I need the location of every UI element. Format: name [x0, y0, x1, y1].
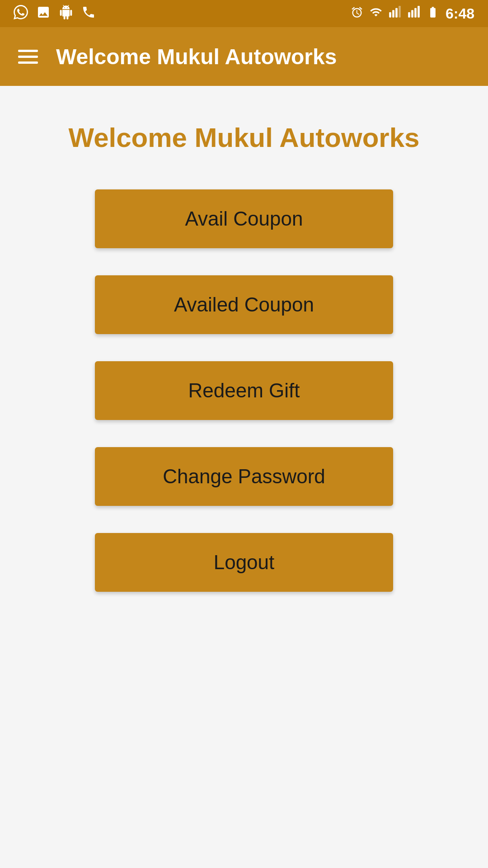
signal2-icon — [408, 6, 420, 22]
hamburger-line-3 — [18, 61, 38, 64]
svg-rect-5 — [411, 10, 413, 17]
hamburger-line-1 — [18, 50, 38, 52]
hamburger-line-2 — [18, 56, 38, 58]
android-icon — [59, 5, 73, 23]
svg-rect-7 — [418, 6, 420, 18]
svg-rect-4 — [408, 12, 410, 18]
svg-rect-3 — [399, 6, 401, 18]
change-password-button[interactable]: Change Password — [95, 447, 393, 506]
hamburger-menu-button[interactable] — [18, 50, 38, 64]
gallery-icon — [36, 5, 51, 23]
status-icons-left — [14, 5, 96, 23]
phone-icon — [81, 5, 96, 23]
alarm-icon — [351, 6, 363, 22]
svg-rect-2 — [395, 8, 398, 17]
status-time: 6:48 — [446, 5, 474, 22]
whatsapp-icon — [14, 5, 28, 23]
status-icons-right: 6:48 — [351, 5, 474, 22]
availed-coupon-button[interactable]: Availed Coupon — [95, 275, 393, 334]
logout-button[interactable]: Logout — [95, 533, 393, 592]
app-bar: Welcome Mukul Autoworks — [0, 27, 488, 86]
app-bar-title: Welcome Mukul Autoworks — [56, 44, 337, 69]
wifi-icon — [370, 6, 382, 22]
signal1-icon — [389, 6, 401, 22]
welcome-title: Welcome Mukul Autoworks — [69, 122, 420, 153]
redeem-gift-button[interactable]: Redeem Gift — [95, 361, 393, 420]
main-content: Welcome Mukul Autoworks Avail Coupon Ava… — [0, 86, 488, 868]
svg-rect-0 — [389, 12, 391, 18]
avail-coupon-button[interactable]: Avail Coupon — [95, 189, 393, 248]
status-bar: 6:48 — [0, 0, 488, 27]
svg-rect-6 — [414, 8, 417, 17]
svg-rect-1 — [392, 10, 394, 17]
battery-icon — [427, 6, 439, 22]
